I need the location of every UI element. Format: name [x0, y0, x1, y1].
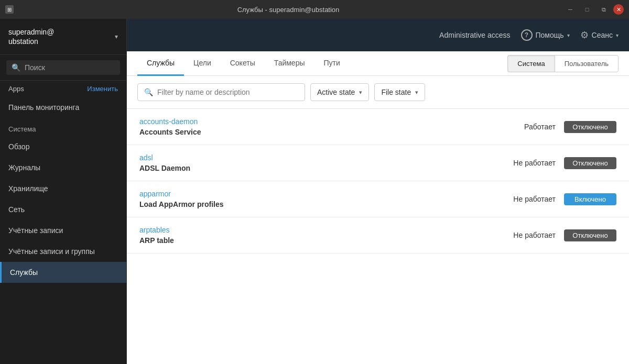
sidebar-item-dashboard[interactable]: Панель мониторинга: [0, 97, 126, 118]
service-status: Не работает: [503, 195, 556, 203]
service-right: Не работает Включено: [503, 193, 616, 205]
sidebar-item-accounts[interactable]: Учётные записи: [0, 220, 126, 241]
tab-targets[interactable]: Цели: [184, 51, 221, 76]
service-info: accounts-daemon Accounts Service: [139, 117, 201, 136]
table-row[interactable]: apparmor Load AppArmor profiles Не работ…: [127, 181, 629, 217]
titlebar: ⊞ Службы - superadmin@ubstation ─ □ ⧉ ✕: [0, 0, 629, 19]
service-right: Не работает Отключено: [503, 157, 616, 169]
tab-services[interactable]: Службы: [137, 51, 184, 76]
filter-search-icon: 🔍: [144, 88, 153, 96]
apps-change-button[interactable]: Изменить: [87, 85, 118, 93]
maximize-button[interactable]: □: [580, 4, 594, 15]
search-label: Поиск: [25, 63, 45, 72]
sidebar-item-label: Сеть: [8, 205, 25, 214]
service-name[interactable]: accounts-daemon: [139, 117, 201, 126]
sidebar-search-area: 🔍 Поиск: [0, 55, 126, 81]
username-line1: superadmin@: [8, 27, 54, 37]
sidebar-item-label: Учётные записи и группы: [8, 247, 95, 256]
file-state-chevron-icon: ▾: [415, 89, 418, 96]
service-list: accounts-daemon Accounts Service Работае…: [127, 109, 629, 364]
filter-search-box[interactable]: 🔍: [137, 83, 305, 101]
status-badge: Отключено: [564, 157, 616, 169]
main-layout: superadmin@ ubstation ▾ 🔍 Поиск Apps Изм…: [0, 19, 629, 364]
service-status: Не работает: [503, 159, 556, 167]
service-description: ARP table: [139, 236, 174, 245]
window-title: Службы - superadmin@ubstation: [14, 6, 563, 14]
table-row[interactable]: adsl ADSL Daemon Не работает Отключено: [127, 145, 629, 181]
user-chevron-icon: ▾: [115, 33, 118, 40]
active-state-label: Active state: [317, 88, 355, 96]
tab-targets-label: Цели: [193, 59, 211, 67]
service-name[interactable]: arptables: [139, 226, 174, 234]
tabs-bar: Службы Цели Сокеты Таймеры Пути Система …: [127, 51, 629, 76]
sidebar-item-services[interactable]: Службы: [0, 262, 126, 283]
service-status: Работает: [503, 123, 556, 131]
active-state-chevron-icon: ▾: [359, 89, 362, 96]
service-info: adsl ADSL Daemon: [139, 153, 190, 172]
sidebar-section-system: Система: [0, 118, 126, 136]
sidebar-apps-row: Apps Изменить: [0, 81, 126, 97]
service-description: Accounts Service: [139, 128, 201, 136]
topbar: Administrative access ? Помощь ▾ ⚙ Сеанс…: [127, 19, 629, 51]
service-right: Работает Отключено: [503, 121, 616, 133]
sidebar-item-label: Учётные записи: [8, 226, 63, 235]
filter-bar: 🔍 Active state ▾ File state ▾: [127, 76, 629, 109]
status-badge: Отключено: [564, 121, 616, 133]
tab-paths[interactable]: Пути: [314, 51, 350, 76]
service-description: ADSL Daemon: [139, 164, 190, 172]
toggle-system-button[interactable]: Система: [507, 55, 554, 72]
sidebar-item-accounts-groups[interactable]: Учётные записи и группы: [0, 241, 126, 262]
sidebar-item-label: Обзор: [8, 142, 29, 151]
titlebar-left: ⊞: [5, 5, 14, 14]
app-icon: ⊞: [5, 5, 14, 14]
sidebar-item-label: Хранилище: [8, 184, 48, 193]
table-row[interactable]: arptables ARP table Не работает Отключен…: [127, 217, 629, 253]
service-right: Не работает Отключено: [503, 229, 616, 241]
toggle-system-label: Система: [517, 60, 545, 68]
sidebar-item-label: Журналы: [8, 163, 40, 172]
sidebar: superadmin@ ubstation ▾ 🔍 Поиск Apps Изм…: [0, 19, 127, 364]
tab-timers-label: Таймеры: [274, 59, 305, 67]
sidebar-nav: Панель мониторинга Система Обзор Журналы…: [0, 97, 126, 364]
status-badge: Отключено: [564, 229, 616, 241]
session-button[interactable]: ⚙ Сеанс ▾: [580, 29, 619, 41]
sidebar-item-network[interactable]: Сеть: [0, 199, 126, 220]
close-button[interactable]: ✕: [613, 4, 624, 15]
sidebar-item-storage[interactable]: Хранилище: [0, 178, 126, 199]
session-chevron-icon: ▾: [616, 32, 619, 38]
active-state-dropdown[interactable]: Active state ▾: [310, 83, 369, 101]
table-row[interactable]: accounts-daemon Accounts Service Работае…: [127, 109, 629, 145]
service-name[interactable]: apparmor: [139, 190, 224, 198]
titlebar-controls: ─ □ ⧉ ✕: [563, 4, 624, 15]
session-label: Сеанс: [592, 31, 613, 39]
gear-icon: ⚙: [580, 29, 589, 41]
tab-paths-label: Пути: [324, 59, 340, 67]
filter-search-input[interactable]: [157, 88, 298, 96]
help-label: Помощь: [536, 31, 564, 39]
sidebar-item-logs[interactable]: Журналы: [0, 157, 126, 178]
tab-timers[interactable]: Таймеры: [265, 51, 314, 76]
status-badge: Включено: [564, 193, 616, 205]
file-state-dropdown[interactable]: File state ▾: [374, 83, 425, 101]
search-icon: 🔍: [12, 63, 20, 72]
sidebar-item-overview[interactable]: Обзор: [0, 136, 126, 157]
admin-access-text: Administrative access: [439, 31, 510, 39]
minimize-button[interactable]: ─: [563, 4, 578, 15]
username-line2: ubstation: [8, 37, 54, 46]
sidebar-user[interactable]: superadmin@ ubstation ▾: [0, 19, 126, 55]
toggle-user-button[interactable]: Пользователь: [555, 55, 619, 72]
help-button[interactable]: ? Помощь ▾: [521, 29, 570, 41]
sidebar-item-label: Панель мониторинга: [8, 103, 79, 112]
service-info: apparmor Load AppArmor profiles: [139, 190, 224, 208]
toggle-user-label: Пользователь: [565, 60, 609, 68]
search-box[interactable]: 🔍 Поиск: [6, 60, 120, 75]
help-circle-icon: ?: [521, 29, 533, 41]
tab-sockets[interactable]: Сокеты: [221, 51, 265, 76]
service-name[interactable]: adsl: [139, 153, 190, 162]
tab-sockets-label: Сокеты: [230, 59, 255, 67]
apps-label: Apps: [8, 85, 24, 93]
restore-button[interactable]: ⧉: [597, 4, 611, 15]
help-chevron-icon: ▾: [567, 32, 570, 38]
file-state-label: File state: [381, 88, 411, 96]
service-info: arptables ARP table: [139, 226, 174, 245]
